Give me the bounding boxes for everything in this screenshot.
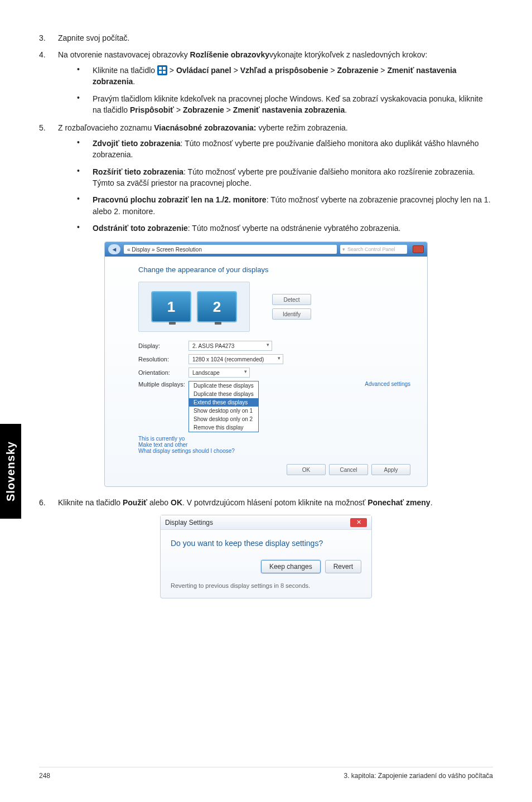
substep: Kliknite na tlačidlo > Ovládací panel > …: [77, 65, 493, 88]
bullet-icon: [77, 166, 93, 189]
dialog-question: Do you want to keep these display settin…: [171, 539, 361, 548]
dropdown-option[interactable]: Show desktop only on 1: [189, 407, 258, 415]
orientation-dropdown[interactable]: Landscape: [188, 368, 250, 378]
display-label: Display:: [138, 342, 188, 349]
chapter-label: 3. kapitola: Zapojenie zariadení do vášh…: [344, 772, 493, 780]
dialog-titlebar: Display Settings ✕: [161, 515, 371, 530]
substep-text: Odstrániť toto zobrazenie: Túto možnosť …: [93, 223, 493, 234]
dropdown-option[interactable]: Show desktop only on 2: [189, 415, 258, 423]
substep: Odstrániť toto zobrazenie: Túto možnosť …: [77, 223, 493, 234]
text: .: [431, 498, 433, 507]
substep-text: Rozšíriť tieto zobrazenia: Túto možnosť …: [93, 166, 493, 189]
step-text: Na otvorenie nastavovacej obrazovky Rozl…: [58, 50, 493, 115]
close-button[interactable]: [413, 245, 424, 253]
multiple-displays-label: Multiple displays:: [138, 381, 188, 388]
text: Na otvorenie nastavovacej obrazovky: [58, 50, 190, 59]
substep-text: Kliknite na tlačidlo > Ovládací panel > …: [93, 65, 493, 88]
monitor-2-icon[interactable]: 2: [197, 291, 237, 322]
bold: Vzhľad a prispôsobenie: [240, 66, 328, 75]
text: >: [328, 66, 337, 75]
page-body: 3. Zapnite svoj počítač. 4. Na otvorenie…: [0, 0, 532, 632]
page-footer: 248 3. kapitola: Zapojenie zariadení do …: [39, 767, 493, 780]
advanced-settings-link[interactable]: Advanced settings: [365, 381, 410, 387]
display-dropdown[interactable]: 2. ASUS PA4273: [188, 341, 272, 351]
text: Kliknite na tlačidlo: [58, 498, 123, 507]
bold: OK: [171, 498, 182, 507]
step-4: 4. Na otvorenie nastavovacej obrazovky R…: [39, 50, 493, 115]
search-input[interactable]: ▾ Search Control Panel: [340, 245, 407, 254]
ok-button[interactable]: OK: [287, 464, 326, 475]
text: >: [174, 105, 183, 114]
info-text: Make text and other: [138, 442, 410, 448]
substep: Pracovnú plochu zobraziť len na 1./2. mo…: [77, 194, 493, 217]
help-link[interactable]: What display settings should I choose?: [138, 448, 410, 454]
monitor-preview[interactable]: 1 2: [138, 282, 250, 332]
identify-button[interactable]: Identify: [272, 308, 311, 320]
text: >: [167, 66, 176, 75]
text: alebo: [147, 498, 171, 507]
bold: Rozšíriť tieto zobrazenia: [93, 167, 183, 176]
bullet-icon: [77, 223, 93, 234]
dropdown-option[interactable]: Remove this display: [189, 423, 258, 432]
bullet-icon: [77, 65, 93, 88]
step-number: 5.: [39, 123, 58, 234]
bold: Použiť: [123, 498, 147, 507]
detect-button[interactable]: Detect: [272, 294, 311, 305]
display-settings-dialog: Display Settings ✕ Do you want to keep t…: [160, 515, 372, 598]
resolution-label: Resolution:: [138, 356, 188, 363]
monitor-1-icon[interactable]: 1: [151, 291, 191, 322]
text: >: [224, 105, 233, 114]
bold: Viacnásobné zobrazovania:: [154, 123, 256, 132]
step-text: Zapnite svoj počítač.: [58, 33, 493, 42]
revert-button[interactable]: Revert: [325, 560, 361, 573]
text: . V potvrdzujúcom hlásení potom kliknite…: [182, 498, 367, 507]
text: .: [345, 105, 347, 114]
breadcrumb[interactable]: « Display » Screen Resolution: [124, 245, 337, 254]
bold: Pracovnú plochu zobraziť len na 1./2. mo…: [93, 195, 267, 204]
text: >: [231, 66, 240, 75]
bold: Odstrániť toto zobrazenie: [93, 224, 188, 233]
step-6: 6. Kliknite na tlačidlo Použiť alebo OK.…: [39, 498, 493, 507]
bullet-icon: [77, 138, 93, 161]
substep: Rozšíriť tieto zobrazenia: Túto možnosť …: [77, 166, 493, 189]
text: vykonajte ktorýkoľvek z nasledovných kro…: [269, 50, 427, 59]
text: Z rozbaľovacieho zoznamu: [58, 123, 154, 132]
resolution-dropdown[interactable]: 1280 x 1024 (recommended): [188, 354, 283, 364]
bold: Zdvojiť tieto zobrazenia: [93, 139, 181, 148]
orientation-label: Orientation:: [138, 369, 188, 376]
screen-resolution-window: ◄ « Display » Screen Resolution ▾ Search…: [104, 241, 428, 487]
window-controls: [412, 245, 424, 253]
substep-text: Zdvojiť tieto zobrazenia: Túto možnosť v…: [93, 138, 493, 161]
page-number: 248: [39, 772, 50, 780]
back-button[interactable]: ◄: [108, 244, 120, 254]
dropdown-option[interactable]: Duplicate these displays: [189, 390, 258, 398]
step-3: 3. Zapnite svoj počítač.: [39, 33, 493, 42]
bold: Ovládací panel: [176, 66, 231, 75]
window-titlebar: ◄ « Display » Screen Resolution ▾ Search…: [105, 242, 427, 257]
text: vyberte režim zobrazenia.: [257, 123, 348, 132]
substep-text: Pracovnú plochu zobraziť len na 1./2. mo…: [93, 194, 493, 217]
text: Kliknite na tlačidlo: [93, 66, 157, 75]
dropdown-option-selected[interactable]: Extend these displays: [189, 398, 258, 407]
text: .: [133, 77, 135, 86]
bullet-icon: [77, 93, 93, 116]
countdown-text: Reverting to previous display settings i…: [171, 582, 361, 589]
bold: Zmeniť nastavenia zobrazenia: [233, 105, 345, 114]
bold: Ponechať zmeny: [367, 498, 431, 507]
step-text: Kliknite na tlačidlo Použiť alebo OK. V …: [58, 498, 493, 507]
bold: Rozlíšenie obrazovky: [190, 50, 269, 59]
bullet-icon: [77, 194, 93, 217]
multiple-displays-dropdown-open[interactable]: Duplicate these displays Duplicate these…: [188, 381, 259, 432]
step-text: Z rozbaľovacieho zoznamu Viacnásobné zob…: [58, 123, 493, 234]
step-number: 3.: [39, 33, 58, 42]
bold: Zobrazenie: [337, 66, 379, 75]
apply-button[interactable]: Apply: [371, 464, 410, 475]
keep-changes-button[interactable]: Keep changes: [261, 560, 321, 573]
dropdown-option[interactable]: Duplicate these displays: [189, 381, 258, 390]
step-5: 5. Z rozbaľovacieho zoznamu Viacnásobné …: [39, 123, 493, 234]
step-number: 4.: [39, 50, 58, 115]
cancel-button[interactable]: Cancel: [329, 464, 368, 475]
close-button[interactable]: ✕: [350, 518, 367, 527]
info-text: This is currently yo: [138, 436, 410, 442]
text: >: [378, 66, 387, 75]
